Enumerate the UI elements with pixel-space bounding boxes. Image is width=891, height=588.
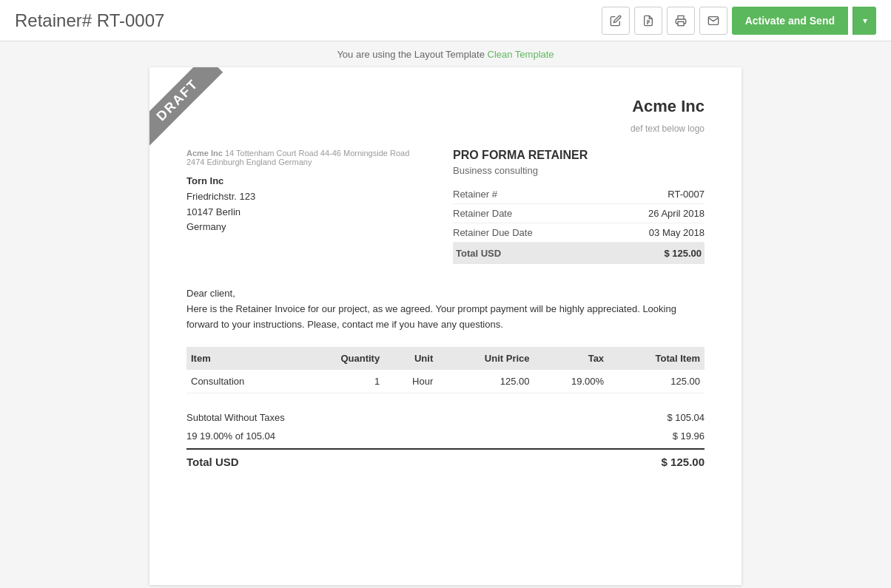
sender-address: Acme Inc 14 Tottenham Court Road 44-46 M… — [186, 149, 438, 166]
template-link[interactable]: Clean Template — [488, 49, 554, 60]
recipient-country: Germany — [186, 221, 226, 232]
edit-button[interactable] — [602, 7, 630, 35]
retainer-title: PRO FORMA RETAINER — [453, 149, 705, 162]
doc-columns: Acme Inc 14 Tottenham Court Road 44-46 M… — [186, 149, 705, 264]
activate-send-button[interactable]: Activate and Send — [732, 7, 848, 35]
print-icon — [675, 15, 687, 27]
email-button[interactable] — [699, 7, 727, 35]
topbar: Retainer# RT-0007 — [0, 0, 891, 41]
print-button[interactable] — [667, 7, 695, 35]
retainer-detail-label: Total USD — [453, 243, 600, 265]
message-section: Dear client, Here is the Retainer Invoic… — [186, 286, 705, 332]
logo-subtext: def text below logo — [186, 124, 705, 134]
retainer-detail-value: 03 May 2018 — [600, 223, 705, 243]
retainer-detail-label: Retainer # — [453, 185, 600, 204]
chevron-down-icon: ▾ — [863, 16, 867, 26]
retainer-detail-value: $ 125.00 — [600, 243, 705, 265]
retainer-detail-label: Retainer Due Date — [453, 223, 600, 243]
retainer-detail-row: Total USD $ 125.00 — [453, 243, 705, 265]
pdf-button[interactable] — [634, 7, 662, 35]
tax-row: 19 19.00% of 105.04 $ 19.96 — [186, 427, 705, 445]
items-table: ItemQuantityUnitUnit PriceTaxTotal Item … — [186, 347, 705, 393]
tax-value: $ 19.96 — [673, 430, 705, 442]
recipient-address1: Friedrichstr. 123 — [186, 191, 255, 202]
retainer-info-column: PRO FORMA RETAINER Business consulting R… — [453, 149, 705, 264]
grand-total-label: Total USD — [186, 456, 239, 468]
recipient-name: Torn Inc — [186, 175, 223, 186]
message-body: Here is the Retainer Invoice for our pro… — [186, 302, 705, 333]
retainer-detail-value: 26 April 2018 — [600, 204, 705, 223]
pdf-icon — [642, 15, 654, 27]
items-table-header-cell: Item — [186, 347, 298, 370]
retainer-detail-row: Retainer # RT-0007 — [453, 185, 705, 204]
retainer-detail-row: Retainer Date 26 April 2018 — [453, 204, 705, 223]
items-table-header-cell: Unit Price — [437, 347, 534, 370]
retainer-detail-value: RT-0007 — [600, 185, 705, 204]
item-cell-4: 19.00% — [534, 370, 609, 393]
retainer-details-table: Retainer # RT-0007 Retainer Date 26 Apri… — [453, 185, 705, 264]
item-cell-5: 125.00 — [608, 370, 705, 393]
recipient-address: Torn Inc Friedrichstr. 123 10147 Berlin … — [186, 174, 438, 235]
email-icon — [707, 15, 719, 27]
items-table-header-cell: Quantity — [298, 347, 384, 370]
svg-rect-3 — [678, 21, 684, 25]
item-cell-2: Hour — [384, 370, 437, 393]
item-cell-0: Consultation — [186, 370, 298, 393]
recipient-address2: 10147 Berlin — [186, 206, 241, 217]
subtotal-label: Subtotal Without Taxes — [186, 412, 285, 423]
items-table-header: ItemQuantityUnitUnit PriceTaxTotal Item — [186, 347, 705, 370]
items-table-header-cell: Unit — [384, 347, 437, 370]
items-table-body: Consultation1Hour125.0019.00%125.00 — [186, 370, 705, 393]
sender-address1: 14 Tottenham Court Road 44-46 Morningsid… — [225, 149, 409, 158]
edit-icon — [610, 15, 622, 27]
totals-section: Subtotal Without Taxes $ 105.04 19 19.00… — [186, 408, 705, 472]
items-table-header-cell: Total Item — [608, 347, 705, 370]
company-name-header: Acme Inc — [186, 97, 705, 116]
page-title: Retainer# RT-0007 — [15, 10, 164, 31]
item-cell-1: 1 — [298, 370, 384, 393]
address-column: Acme Inc 14 Tottenham Court Road 44-46 M… — [186, 149, 453, 264]
activate-dropdown-button[interactable]: ▾ — [853, 7, 876, 35]
grand-total-row: Total USD $ 125.00 — [186, 448, 705, 472]
subtotal-value: $ 105.04 — [667, 412, 705, 423]
toolbar-actions: Activate and Send ▾ — [602, 7, 876, 35]
message-greeting: Dear client, — [186, 286, 705, 302]
sender-name: Acme Inc — [186, 149, 223, 158]
template-notice: You are using the Layout Template Clean … — [0, 41, 891, 67]
retainer-detail-row: Retainer Due Date 03 May 2018 — [453, 223, 705, 243]
item-cell-3: 125.00 — [437, 370, 534, 393]
items-table-header-cell: Tax — [534, 347, 609, 370]
tax-label: 19 19.00% of 105.04 — [186, 430, 275, 442]
document-wrapper: DRAFT Acme Inc def text below logo Acme … — [0, 67, 891, 588]
grand-total-value: $ 125.00 — [662, 456, 705, 468]
retainer-subtitle: Business consulting — [453, 165, 705, 176]
document: DRAFT Acme Inc def text below logo Acme … — [149, 67, 742, 585]
retainer-detail-label: Retainer Date — [453, 204, 600, 223]
subtotal-row: Subtotal Without Taxes $ 105.04 — [186, 408, 705, 427]
sender-address2: 2474 Edinburgh England Germany — [186, 158, 312, 166]
table-row: Consultation1Hour125.0019.00%125.00 — [186, 370, 705, 393]
